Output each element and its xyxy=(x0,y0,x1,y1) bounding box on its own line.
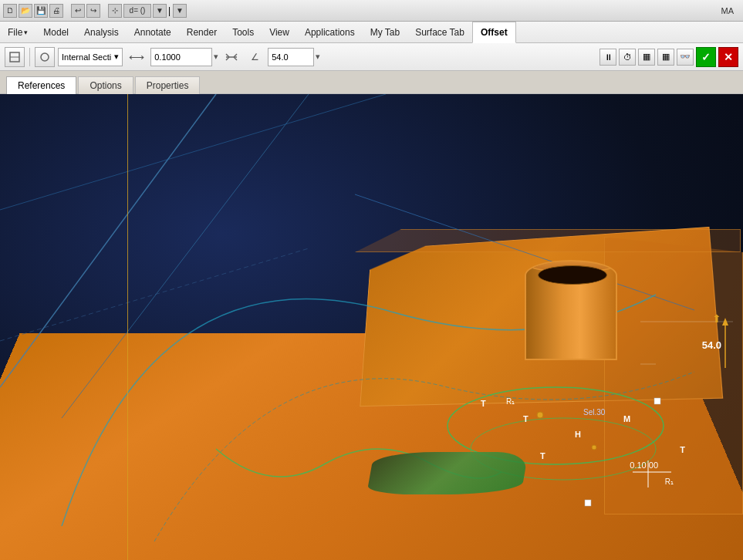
menu-view[interactable]: View xyxy=(262,22,297,42)
dim-010-label: 0.10 00 xyxy=(630,460,658,470)
svg-point-2 xyxy=(41,53,49,61)
vertical-guide-line xyxy=(127,94,128,560)
flip-icon[interactable] xyxy=(221,47,241,67)
tab-options[interactable]: Options xyxy=(78,76,133,94)
file-arrow: ▾ xyxy=(24,29,28,36)
menu-file[interactable]: File ▾ xyxy=(0,22,35,42)
confirm-btn[interactable]: ✓ xyxy=(696,47,716,67)
menu-model[interactable]: Model xyxy=(35,22,76,42)
angle-input-group: ▾ xyxy=(268,48,320,66)
offset-dist-icon: ⟷ xyxy=(126,47,147,67)
d-equals-icon[interactable]: d= () xyxy=(123,4,151,18)
tab-references[interactable]: References xyxy=(6,76,76,94)
toolbar: Internal Secti ▾ ⟷ ▾ ∠ ▾ ⏸ ⏱ ▦ ▦ 👓 ✓ ✕ xyxy=(0,43,743,71)
toolbar-mode-btn[interactable] xyxy=(5,47,25,67)
view2-btn[interactable]: ▦ xyxy=(657,49,674,66)
offset-value-input[interactable] xyxy=(150,48,212,66)
glasses-btn[interactable]: 👓 xyxy=(677,49,694,66)
label-R1a: R₁ xyxy=(506,397,515,406)
sep1 xyxy=(29,48,30,66)
label-M: M xyxy=(623,414,630,423)
section-icon[interactable] xyxy=(35,47,55,67)
dropdown-chevron-icon: ▾ xyxy=(114,52,119,62)
box-top-face xyxy=(355,229,741,252)
label-T3: T xyxy=(540,451,545,460)
save-icon[interactable]: 💾 xyxy=(34,4,48,18)
menu-bar: File ▾ Model Analysis Annotate Render To… xyxy=(0,22,743,43)
tab-properties[interactable]: Properties xyxy=(135,76,201,94)
dropdown-icon[interactable]: ▼ xyxy=(173,4,187,18)
new-icon[interactable]: 🗋 xyxy=(3,4,17,18)
quick-access-toolbar: 🗋 📂 💾 🖨 ↩ ↪ ⊹ d= () ▼ | ▼ xyxy=(3,4,187,18)
label-R1b: R₁ xyxy=(665,477,674,486)
label-H: H xyxy=(575,430,581,439)
cylinder-inner-rim xyxy=(538,265,607,285)
panel-tabs-row: References Options Properties xyxy=(0,71,743,94)
menu-render[interactable]: Render xyxy=(179,22,225,42)
redo-icon[interactable]: ↪ xyxy=(86,4,100,18)
app-title: MA xyxy=(721,6,741,15)
offset-input-group: ▾ xyxy=(150,48,218,66)
angle-dropdown-arrow[interactable]: ▾ xyxy=(316,52,320,62)
menu-surface-tab[interactable]: Surface Tab xyxy=(407,22,472,42)
label-T4: T xyxy=(680,445,685,454)
toolbar-right: ⏸ ⏱ ▦ ▦ 👓 ✓ ✕ xyxy=(599,47,738,67)
label-T1: T xyxy=(481,399,486,408)
offset-dropdown-arrow[interactable]: ▾ xyxy=(214,52,218,62)
menu-annotate[interactable]: Annotate xyxy=(127,22,179,42)
select-icon[interactable]: ⊹ xyxy=(108,4,122,18)
green-highlight-area xyxy=(366,452,529,494)
view1-btn[interactable]: ▦ xyxy=(638,49,655,66)
title-bar: 🗋 📂 💾 🖨 ↩ ↪ ⊹ d= () ▼ | ▼ MA xyxy=(0,0,743,22)
section-dropdown[interactable]: Internal Secti ▾ xyxy=(58,48,123,66)
menu-offset[interactable]: Offset xyxy=(472,22,516,43)
clock-btn[interactable]: ⏱ xyxy=(619,49,636,66)
viewport-3d[interactable]: 54.0 0.10 00 T T M H R₁ Sel.30 T T R₁ ⬆ xyxy=(0,94,743,560)
print-icon[interactable]: 🖨 xyxy=(49,4,63,18)
cancel-btn[interactable]: ✕ xyxy=(718,47,738,67)
angle-icon: ∠ xyxy=(245,47,265,67)
angle-value-input[interactable] xyxy=(268,48,314,66)
label-sel: Sel.30 xyxy=(583,408,605,417)
menu-applications[interactable]: Applications xyxy=(297,22,363,42)
open-icon[interactable]: 📂 xyxy=(19,4,32,18)
menu-my-tab[interactable]: My Tab xyxy=(363,22,407,42)
more-icon[interactable]: ▼ xyxy=(153,4,167,18)
dim-54-label: 54.0 xyxy=(702,339,721,351)
undo-icon[interactable]: ↩ xyxy=(71,4,85,18)
cylinder-object xyxy=(525,260,617,360)
menu-analysis[interactable]: Analysis xyxy=(76,22,127,42)
gold-arrow-icon: ⬆ xyxy=(712,312,721,325)
box-right-face xyxy=(604,237,743,514)
pause-btn[interactable]: ⏸ xyxy=(599,49,616,66)
menu-tools[interactable]: Tools xyxy=(225,22,262,42)
label-T2: T xyxy=(523,414,529,423)
